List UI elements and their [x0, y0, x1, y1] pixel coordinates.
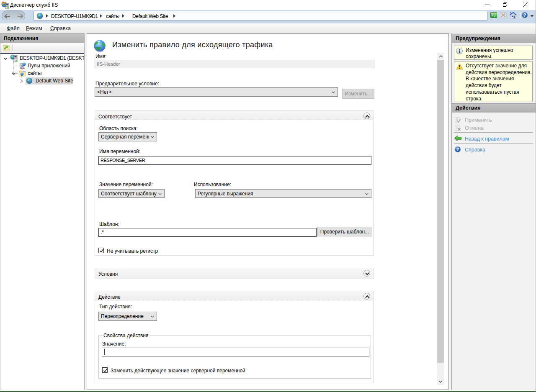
svg-text:?: ?	[456, 147, 459, 152]
svg-text:?: ?	[523, 13, 526, 18]
